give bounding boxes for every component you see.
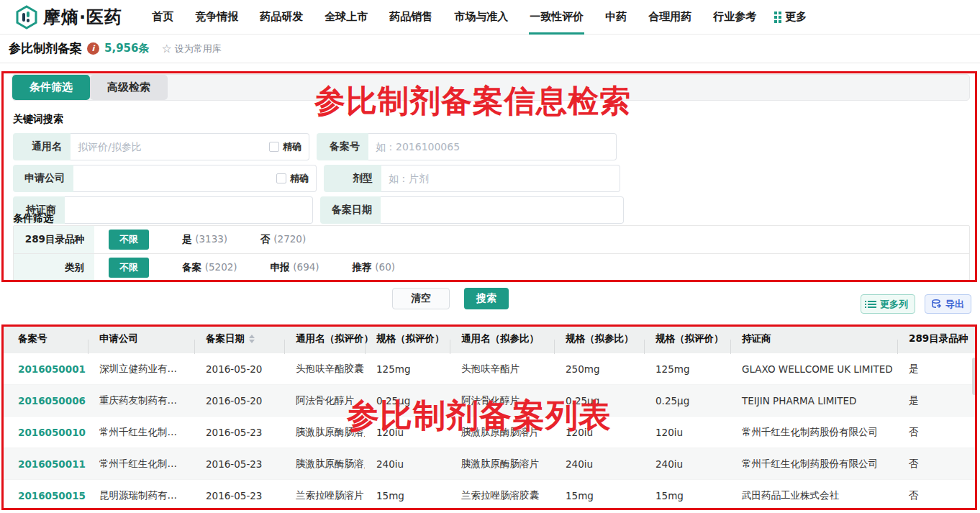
field-generic-name: 通用名 精确 [13,133,309,160]
table-cell: 头孢呋辛酯片 [450,363,554,376]
generic-name-input[interactable] [78,141,269,153]
condition-section-label: 条件筛选 [13,212,53,225]
license-holder-input[interactable] [72,204,305,216]
table-cell: 头孢呋辛酯胶囊 [284,363,365,376]
nav-item[interactable]: 药品销售 [378,0,443,35]
filing-number-link[interactable]: 2016050015 [1,490,88,501]
brand-logo[interactable]: 摩熵·医药 [14,5,122,29]
table-cell: 常州千红生化制药股份有限公司 [730,458,897,471]
condition-option[interactable]: 推荐 (60) [353,261,395,274]
table-row: 2016050015昆明源瑞制药有…2016-05-23兰索拉唑肠溶片15mg兰… [1,480,977,511]
info-icon[interactable]: i [87,42,99,55]
nav-item[interactable]: 药品研发 [249,0,314,35]
condition-option[interactable]: 申报 (694) [271,261,319,274]
filing-date-label: 备案日期 [320,196,381,224]
nav-item[interactable]: 合理用药 [638,0,702,35]
table-cell: 胰激肽原酶肠溶片 [284,458,365,471]
table-header: 规格（拟参比） [554,332,644,345]
star-icon: ☆ [161,43,171,55]
generic-name-label: 通用名 [13,133,71,160]
table-header: 通用名（拟参比） [450,332,554,345]
filing-number-input[interactable] [376,141,609,153]
table-cell: 胰激肽原酶肠溶片 [450,458,554,471]
export-button[interactable]: 导出 [925,294,971,314]
tab-advanced-search[interactable]: 高级检索 [90,75,168,100]
tab-condition-filter[interactable]: 条件筛选 [12,75,90,100]
condition-any-button[interactable]: 不限 [109,258,149,278]
record-count: 5,956条 [104,42,149,55]
condition-row: 289目录品种不限是 (3133)否 (2720) [14,226,969,253]
exact-label: 精确 [283,140,301,153]
nav-item[interactable]: 中药 [594,0,638,35]
set-favorite-label: 设为常用库 [175,42,222,55]
filing-number-link[interactable]: 2016050001 [1,363,88,375]
table-cell: 15mg [365,490,450,501]
table-cell: 兰索拉唑肠溶胶囊 [450,489,554,502]
field-license-holder: 持证商 [13,196,313,224]
dosage-form-input[interactable] [389,173,612,184]
table-header: 289目录品种 [897,332,977,345]
nav-item[interactable]: 市场与准入 [443,0,519,35]
table-cell: 15mg [644,490,730,501]
table-header-row: 备案号申请公司备案日期通用名（拟评价）规格（拟评价）通用名（拟参比）规格（拟参比… [1,324,977,353]
table-cell: GLAXO WELLCOME UK LIMITED [730,363,897,375]
table-cell: 胰激肽原酶肠溶片 [450,426,554,439]
filing-number-label: 备案号 [317,133,368,160]
table-cell: 120iu [644,427,730,438]
condition-option[interactable]: 否 (2720) [260,233,306,246]
table-cell: 0.25µg [644,395,730,407]
table-body: 2016050001深圳立健药业有…2016-05-20头孢呋辛酯胶囊125mg… [1,353,977,511]
exact-label: 精确 [290,172,309,185]
table-cell: 120iu [365,427,450,438]
filing-number-link[interactable]: 2016050006 [1,395,88,407]
page-title: 参比制剂备案 [9,40,82,57]
condition-option[interactable]: 是 (3133) [182,233,227,246]
table-header-sortable[interactable]: 备案日期 [194,332,284,345]
nav-item[interactable]: 一致性评价 [519,0,594,35]
keyword-form: 通用名 精确 备案号 申请公司 [13,133,925,224]
nav-item[interactable]: 全球上市 [314,0,378,35]
nav-item[interactable]: 竞争情报 [184,0,249,35]
nav-item[interactable]: 首页 [141,0,184,35]
field-dosage-form: 剂型 [324,165,620,192]
table-scrollbar[interactable] [972,358,976,395]
applicant-company-exact-checkbox[interactable]: 精确 [276,172,309,185]
keyword-section-label: 关键词搜索 [13,113,63,126]
filing-number-link[interactable]: 2016050010 [1,427,88,438]
nav-item[interactable]: 行业参考 [702,0,767,35]
table-header: 规格（拟评价） [365,332,450,345]
clear-button[interactable]: 清空 [392,288,450,309]
set-favorite-button[interactable]: ☆ 设为常用库 [161,42,221,55]
table-cell: 2016-05-23 [194,490,284,501]
nav-more[interactable]: 更多 [767,10,814,24]
more-columns-button[interactable]: 更多列 [861,294,915,314]
table-cell: 125mg [644,363,730,375]
table-cell: 240iu [554,458,644,470]
condition-row: 类别不限备案 (5202)申报 (694)推荐 (60) [14,253,969,281]
table-cell: 0.25µg [365,395,450,407]
filter-panel: 条件筛选 高级检索 关键词搜索 通用名 精确 备案号 申请公司 [1,71,977,282]
filing-number-link[interactable]: 2016050011 [1,458,88,470]
condition-label: 类别 [14,254,94,281]
table-cell: 常州千红生化制药股份有限公司 [730,426,897,439]
applicant-company-input[interactable] [81,173,276,184]
filing-date-input[interactable] [388,204,616,216]
table-cell: 胰激肽原酶肠溶片 [284,426,365,439]
table-cell: 常州千红生化制… [88,458,194,471]
table-cell: 常州千红生化制… [88,426,194,439]
title-bar: 参比制剂备案 i 5,956条 ☆ 设为常用库 [0,35,980,63]
sort-icon[interactable] [249,335,255,343]
page: 摩熵·医药 首页竞争情报药品研发全球上市药品销售市场与准入一致性评价中药合理用药… [0,0,980,513]
table-cell: 阿法骨化醇片 [284,394,365,407]
table-cell: 0.25µg [554,395,644,407]
brand-logo-icon [14,5,39,29]
condition-any-button[interactable]: 不限 [109,230,149,250]
condition-option[interactable]: 备案 (5202) [182,261,237,274]
generic-name-exact-checkbox[interactable]: 精确 [269,140,301,153]
search-button[interactable]: 搜索 [464,288,509,309]
table-header: 持证商 [730,332,897,345]
nav-items: 首页竞争情报药品研发全球上市药品销售市场与准入一致性评价中药合理用药行业参考 [141,0,767,35]
table-cell: 否 [897,489,977,502]
table-cell: 240iu [644,458,730,470]
table-cell: 是 [897,394,977,407]
